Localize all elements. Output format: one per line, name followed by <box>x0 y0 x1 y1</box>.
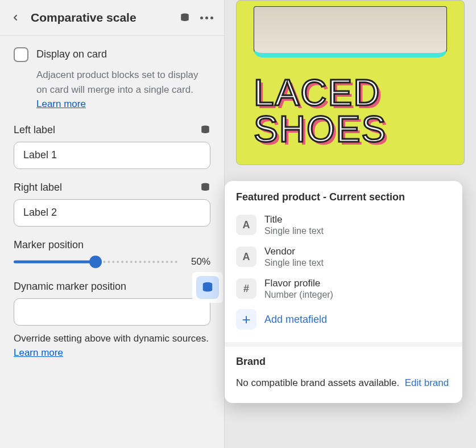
more-actions-button[interactable] <box>197 8 216 27</box>
chevron-left-icon <box>11 13 20 22</box>
metafield-type: Single line text <box>264 258 324 268</box>
learn-more-link[interactable]: Learn more <box>36 98 86 109</box>
product-title: LACED SHOES <box>254 75 447 147</box>
metafield-type: Number (integer) <box>264 290 333 300</box>
product-preview-card: LACED SHOES <box>236 0 465 165</box>
back-button[interactable] <box>6 8 25 27</box>
metafield-type: Single line text <box>264 226 324 236</box>
display-on-card-checkbox[interactable] <box>14 47 28 62</box>
metafield-name: Title <box>264 213 324 226</box>
more-icon <box>200 17 213 19</box>
add-metafield-button[interactable]: + Add metafield <box>234 305 453 334</box>
text-type-icon: A <box>236 246 256 267</box>
dynamic-source-popover: Featured product - Current section A Tit… <box>225 181 462 403</box>
marker-position-value: 50% <box>185 256 210 268</box>
marker-position-label: Marker position <box>14 239 210 251</box>
brand-section: Brand No compatible brand assets availab… <box>225 347 462 403</box>
metafield-item-title[interactable]: A Title Single line text <box>234 209 453 241</box>
display-on-card-label: Display on card <box>36 47 107 60</box>
number-type-icon: # <box>236 278 256 299</box>
popover-title: Featured product - Current section <box>225 181 462 209</box>
left-label-setting: Left label <box>14 124 210 169</box>
database-icon[interactable] <box>200 182 210 192</box>
dynamic-marker-setting: Dynamic marker position Override setting… <box>14 281 210 360</box>
product-image <box>254 6 447 57</box>
display-on-card-help: Adjacent product blocks set to display o… <box>36 68 210 112</box>
panel-title: Comparative scale <box>31 11 175 24</box>
slider-thumb[interactable] <box>89 256 102 268</box>
metafield-item-flavor-profile[interactable]: # Flavor profile Number (integer) <box>234 273 453 305</box>
dynamic-marker-input[interactable] <box>14 298 210 326</box>
brand-section-text: No compatible brand assets available. Ed… <box>236 376 451 391</box>
database-icon <box>180 13 190 23</box>
marker-position-setting: Marker position 50% <box>14 239 210 268</box>
left-label-input[interactable] <box>14 142 210 169</box>
edit-brand-link[interactable]: Edit brand <box>405 377 449 388</box>
text-type-icon: A <box>236 215 256 235</box>
learn-more-link[interactable]: Learn more <box>14 347 63 358</box>
dynamic-marker-help: Override setting above with dynamic sour… <box>14 331 210 360</box>
metafield-name: Flavor profile <box>264 277 333 290</box>
dynamic-marker-label: Dynamic marker position <box>14 281 126 293</box>
data-source-button[interactable] <box>175 8 194 27</box>
left-label-label: Left label <box>14 124 55 136</box>
metafield-item-vendor[interactable]: A Vendor Single line text <box>234 241 453 273</box>
right-label-input[interactable] <box>14 199 210 227</box>
brand-section-title: Brand <box>236 356 451 368</box>
database-icon[interactable] <box>200 125 210 135</box>
panel-header: Comparative scale <box>0 0 224 36</box>
display-on-card-setting: Display on card Adjacent product blocks … <box>14 47 210 112</box>
settings-sidebar: Comparative scale Display on card Adjace… <box>0 0 225 448</box>
plus-icon: + <box>236 309 256 330</box>
divider <box>225 342 462 347</box>
marker-position-slider[interactable] <box>14 256 177 268</box>
right-label-setting: Right label <box>14 182 210 227</box>
database-icon <box>201 281 214 294</box>
dynamic-source-button[interactable] <box>196 276 219 299</box>
metafield-name: Vendor <box>264 245 324 258</box>
metafield-list: A Title Single line text A Vendor Single… <box>225 209 462 342</box>
right-label-label: Right label <box>14 182 62 194</box>
